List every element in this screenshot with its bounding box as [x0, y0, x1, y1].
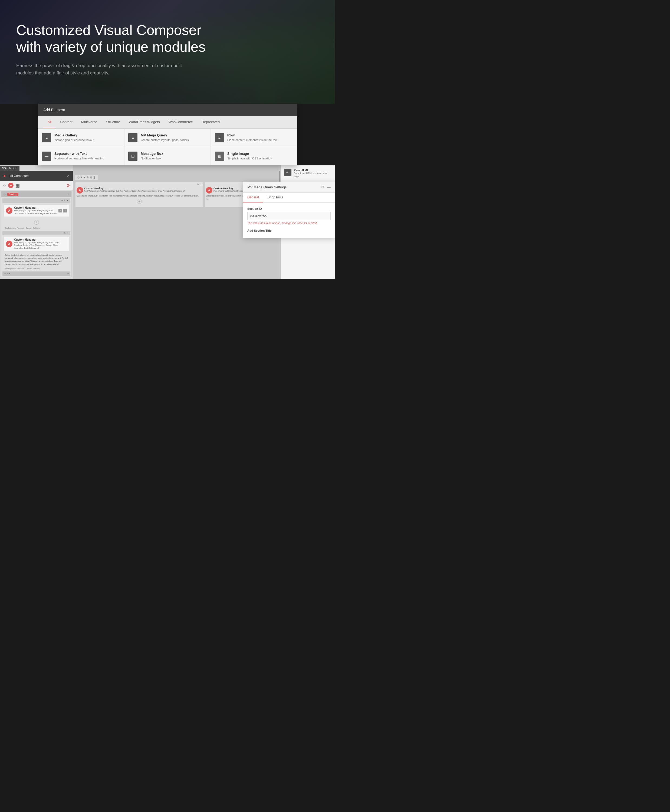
single-image-info: Single Image Simple image with CSS anima…: [227, 152, 293, 161]
vc-bottom-move[interactable]: ⊹: [4, 272, 6, 275]
del-icon[interactable]: ✕: [200, 183, 202, 186]
raw-html-name: Raw HTML: [294, 169, 332, 172]
vc-expand-icon[interactable]: ⤢: [66, 174, 69, 178]
add-element-panel: Add Element All Content Multiverse Struc…: [38, 103, 297, 165]
right-move-icon[interactable]: ⊹: [78, 176, 80, 179]
vc-panel: SSIC MODE ● ual Composer ⤢ ⊹ + ▦ ⚙ ⊹ Cus…: [0, 165, 73, 279]
hero-content: Customized Visual Composer with variety …: [16, 22, 319, 76]
vc-move-handle[interactable]: ⊹: [3, 193, 6, 196]
col2-add[interactable]: +: [61, 232, 63, 234]
mv-settings-title: MV Mega Query Settings: [247, 185, 286, 189]
tab-wordpress-widgets[interactable]: WordPress Widgets: [125, 116, 164, 128]
message-box-name: Message Box: [141, 152, 206, 156]
col1-edit-icon[interactable]: ✎: [64, 199, 66, 202]
col1-add-icon[interactable]: +: [61, 199, 63, 202]
classic-mode-label: SSIC MODE: [0, 166, 19, 171]
media-gallery-name: Media Gallery: [54, 133, 120, 137]
mv-close-btn[interactable]: —: [327, 185, 331, 189]
left-add-col-btn[interactable]: +: [137, 199, 142, 204]
right-copy-btn[interactable]: ⊞: [90, 176, 92, 179]
mv-mega-query-desc: Create custom layouts, grids, sliders.: [141, 138, 206, 142]
left-col-element: ✎ ✕ A Custom Heading Font Weight: Light …: [75, 182, 203, 207]
mv-settings-header: MV Mega Query Settings ⚙ —: [243, 181, 335, 193]
hero-subtitle: Harness the power of drag & drop functio…: [16, 62, 184, 76]
vc-edit-btn-1[interactable]: ✎: [58, 209, 62, 212]
tab-content[interactable]: Content: [56, 116, 77, 128]
left-body-text: Culpa facilisi similique, sit exercitati…: [76, 195, 202, 197]
vc-bottom-add[interactable]: +: [68, 272, 69, 275]
vc-bottom-sm1: ▪: [7, 272, 8, 275]
element-media-gallery[interactable]: ≡ Media Gallery Isotope grid or carousel…: [38, 129, 124, 147]
left-item-info: Custom Heading Font Weight: Light Font W…: [84, 187, 185, 193]
add-section-title-label: Add Section Title: [247, 229, 331, 232]
mv-tab-shop-price[interactable]: Shop Price: [263, 193, 288, 202]
tab-all[interactable]: All: [43, 116, 56, 128]
vc-toolbar: ⊹ + ▦ ⚙: [0, 181, 73, 190]
element-separator-with-text[interactable]: — Separator with Text Horizontal separat…: [38, 147, 124, 165]
vc-del-btn-1[interactable]: ✕: [63, 209, 67, 212]
left-avatar: A: [76, 187, 83, 193]
col2-edit[interactable]: ✎: [64, 232, 66, 234]
vc-body-text-1: Culpa facilisi similique, sit exercitati…: [2, 253, 70, 267]
tab-deprecated[interactable]: Deprecated: [197, 116, 224, 128]
element-message-box[interactable]: ☐ Message Box Notification box: [124, 147, 210, 165]
right-del-btn[interactable]: ✕: [83, 176, 86, 179]
mv-settings-tabs: General Shop Price: [243, 193, 335, 203]
mv-mega-query-name: MV Mega Query: [141, 133, 206, 137]
vc-second-row: + ✎ ✕ A Custom Heading Font Weight: Ligh…: [2, 231, 70, 270]
bottom-area: SSIC MODE ● ual Composer ⤢ ⊹ + ▦ ⚙ ⊹ Cus…: [0, 165, 335, 279]
element-single-image[interactable]: ▦ Single Image Simple image with CSS ani…: [211, 147, 297, 165]
row-name: Row: [227, 133, 293, 137]
left-col-item: A Custom Heading Font Weight: Light Font…: [76, 187, 202, 193]
element-mv-mega-query[interactable]: ≡ MV Mega Query Create custom layouts, g…: [124, 129, 210, 147]
mv-gear-btn[interactable]: ⚙: [321, 185, 325, 189]
right-add-btn[interactable]: +: [81, 176, 82, 179]
tab-structure[interactable]: Structure: [102, 116, 125, 128]
section-id-input[interactable]: [247, 212, 331, 220]
mv-settings-actions: ⚙ —: [321, 185, 331, 189]
vc-dot: ●: [3, 173, 6, 178]
tab-woocommerce[interactable]: WooCommerce: [164, 116, 197, 128]
hero-title: Customized Visual Composer with variety …: [16, 22, 206, 56]
right-section-controls: ⊹ + ✕ ✎ ⊞ 🗑: [75, 175, 98, 180]
message-box-desc: Notification box: [141, 156, 206, 161]
vc-item-desc-2: Font Weight: Light Font Weight: Light Su…: [14, 241, 67, 249]
vc-columns-row: + ✎ ✕ A Custom Heading Font Weight: Ligh…: [2, 198, 70, 230]
rs-raw-html[interactable]: </> Raw HTML Output raw HTML code on you…: [281, 165, 335, 181]
vc-title-left: ● ual Composer: [3, 173, 29, 178]
vc-title-bar: ● ual Composer ⤢: [0, 171, 73, 181]
right-trash-btn[interactable]: 🗑: [93, 176, 96, 179]
col2-del[interactable]: ✕: [66, 232, 69, 234]
vc-item-title-2: Custom Heading: [14, 238, 67, 241]
vc-add-in-section[interactable]: +: [68, 192, 69, 196]
vc-title: ual Composer: [8, 174, 29, 178]
vc-add-button[interactable]: +: [8, 183, 14, 188]
tab-multiverse[interactable]: Multiverse: [77, 116, 102, 128]
col1-toolbar: + ✎ ✕: [2, 198, 70, 203]
scroll-thumb: [279, 171, 280, 181]
vc-item-info-2: Custom Heading Font Weight: Light Font W…: [14, 238, 67, 249]
vc-grid-icon[interactable]: ▦: [16, 183, 20, 188]
left-heading-desc: Font Weight: Light Font Weight: Light Su…: [84, 190, 185, 192]
vc-actions-1: ✎ ✕: [58, 209, 67, 212]
mv-settings-overlay: MV Mega Query Settings ⚙ — General Shop …: [243, 181, 335, 238]
vc-avatar-1: A: [6, 207, 12, 214]
row-icon: ≡: [215, 133, 224, 142]
vc-section-custom: ⊹ Custom + + ✎ ✕ A Custom Heading: [1, 191, 72, 277]
vc-section-header: ⊹ Custom +: [2, 192, 71, 197]
element-row[interactable]: ≡ Row Place content elements inside the …: [211, 129, 297, 147]
section-id-hint: This value has to be unique. Change it i…: [247, 222, 331, 225]
panel-header: Add Element: [38, 103, 297, 116]
edit-icon[interactable]: ✎: [197, 183, 199, 186]
vc-plus-1[interactable]: +: [34, 220, 39, 225]
vc-add-row-1: +: [2, 219, 70, 226]
hero-section: Customized Visual Composer with variety …: [0, 0, 335, 103]
col1-del-icon[interactable]: ✕: [66, 199, 69, 202]
mv-tab-general[interactable]: General: [243, 193, 263, 202]
right-edit-btn[interactable]: ✎: [86, 176, 89, 179]
custom-badge: Custom: [7, 193, 19, 196]
single-image-desc: Simple image with CSS animation: [227, 156, 293, 161]
left-add-area: +: [76, 199, 202, 204]
vc-settings-icon[interactable]: ⚙: [66, 183, 70, 188]
vc-bg-label-1: Background Position: Center Bottom: [2, 226, 70, 230]
